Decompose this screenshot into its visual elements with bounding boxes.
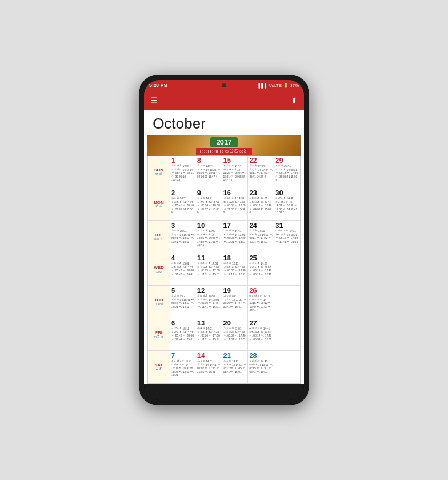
calendar-cell[interactable]: 24నవమి 14:01 దశమి 14 14:01 ఆ. 06:11 అ. 1…	[248, 221, 274, 253]
cell-detail-text: ఏకాదశి 15:11 ద్వాదశి 14 15:01 ఆ. 05:42 అ…	[171, 327, 195, 341]
calendar-row: SUNఆది1పాడ్యమి 14:04 ద్వితీయ 14:14 14 ఆ.…	[148, 156, 300, 188]
day-eng: THU	[154, 298, 163, 302]
calendar-cell[interactable]: 18తృతీయ 18:11 చతుర్థి 14 11:01 ఆ. 06:06 …	[222, 253, 249, 285]
cell-detail-text: దశమి 14:41 ఏకాదశి 14 14:51 ఆ. 06:04 అ. 1…	[197, 197, 221, 214]
toolbar: ☰ ⬆	[144, 91, 304, 110]
cell-detail-text: పాడ్యమి 14:51 ద్వితీయ 14 14:01 ఆ. 06:06 …	[197, 294, 221, 308]
day-eng: SAT	[155, 363, 163, 367]
calendar-cell[interactable]: 17పాడ్యమి 14:41 ద్వితీయ 14 13:01 ఆ. 06:0…	[222, 221, 249, 253]
status-time: 5:20 PM	[149, 83, 167, 88]
calendar-cell[interactable]: 6ఏకాదశి 15:11 ద్వాదశి 14 15:01 ఆ. 05:42 …	[170, 318, 196, 350]
cell-date-number: 24	[249, 222, 273, 229]
day-tel: శని	[155, 367, 163, 371]
calendar-cell[interactable]: 29దశమి 06:41 ఏకాదశి 14 05:01 ఆ. 06:18 అ.…	[274, 156, 300, 188]
calendar-cell[interactable]: 19పంచమి 41:01 షష్ఠి 14 01:37 ఆ. 06:06 అ.…	[222, 286, 249, 318]
day-label-tue: TUEమంగళ	[148, 221, 170, 253]
calendar-cell[interactable]: 12పాడ్యమి 14:51 ద్వితీయ 14 14:01 ఆ. 06:0…	[196, 286, 222, 318]
calendar-cell[interactable]: 28ద్వితీయ 14:41 తృతీయ 14 10:01 ఆ. 06:15 …	[248, 351, 274, 383]
cell-date-number: 28	[249, 352, 273, 359]
calendar-header-image: 2017 OCTOBER అక్టోబర్	[147, 135, 301, 156]
cell-date-number: 19	[223, 287, 247, 294]
cell-date-number: 9	[197, 189, 221, 196]
cell-detail-text: ఏకాదశి 14:07 ద్వాదశి 14 09:07 ఆ. 06:12 అ…	[249, 262, 273, 276]
cell-date-number: 20	[223, 319, 247, 326]
day-tel: గురు	[155, 302, 163, 306]
calendar-cell[interactable]: 3పంచమి 15:01 షష్ఠి 14 16:41 ఆ. 05:41 అ. …	[170, 221, 196, 253]
calendar-row: THUగురు5నవమి 15:21 దశమి 14 15:41 ఆ. 05:4…	[148, 286, 300, 318]
cell-date-number: 25	[249, 254, 273, 261]
cell-date-number: 8	[197, 157, 221, 164]
calendar-cell	[274, 318, 300, 350]
calendar-cell[interactable]: 7త్రయోదశి 14:41 చతుర్దశి 14 15:01 ఆ. 05:…	[170, 351, 196, 383]
day-eng: FRI	[155, 330, 162, 335]
cell-date-number: 14	[197, 352, 221, 359]
cell-date-number: 11	[197, 254, 221, 261]
cell-detail-text: చతుర్దశి 14:01 పౌర్ణమి 14 15:01 ఆ. 06:05…	[197, 262, 221, 276]
cell-detail-text: పంచమి 41:01 షష్ఠి 14 01:37 ఆ. 06:06 అ. 1…	[223, 294, 247, 308]
cell-detail-text: సప్తమి 14:51 అష్టమి 14 14:11 ఆ. 06:11 అ.…	[249, 197, 273, 214]
cell-date-number: 21	[223, 352, 247, 359]
calendar-cell[interactable]: 31చతుర్దశి 14:01 పూర్ణిమ 14 15:01 ఆ. 06:…	[274, 221, 300, 253]
cell-detail-text: చతుర్దశి 14:01 పూర్ణిమ 14 15:01 ఆ. 06:19…	[275, 229, 299, 243]
calendar-cell[interactable]: 8నవమి 13:44 దశమి 14 18:25 ఆ. 06:04 అ. 18…	[196, 156, 222, 188]
cell-date-number: 16	[223, 189, 247, 196]
calendar-row: MONసోమ2తృతీయ 14:51 చతుర్థి 14 15:41 ఆ. 0…	[148, 188, 300, 221]
cell-detail-text: సప్తమి 21:01 అష్టమి 14 21:01 ఆ. 06:07 అ.…	[223, 327, 247, 341]
cell-detail-text: తృతీయ 18:11 చతుర్థి 14 11:01 ఆ. 06:06 అ.…	[223, 262, 247, 276]
month-title: October	[144, 110, 304, 135]
calendar-cell[interactable]: 30ద్వాదశి 14:41 త్రయోదశి 14 14:01 ఆ. 06:…	[274, 188, 300, 220]
calendar-cell	[274, 253, 300, 285]
camera	[222, 83, 226, 87]
calendar-cell[interactable]: 27అమావాస్య 14:41 పాడ్యమి 14 14:01 ఆ. 06:…	[248, 318, 274, 350]
cell-date-number: 18	[223, 254, 247, 261]
calendar-row: FRIశుక్ర6ఏకాదశి 15:11 ద్వాదశి 14 15:01 ఆ…	[148, 318, 300, 351]
day-label-sun: SUNఆది	[148, 156, 170, 188]
status-icons: ▌▌▌ VoLTE 🔋 37%	[259, 83, 299, 88]
share-button[interactable]: ⬆	[291, 95, 298, 106]
day-label-mon: MONసోమ	[148, 188, 170, 220]
calendar-row: WEDబుధ4సప్తమి 15:01 అష్టమి 14 15:01 ఆ. 0…	[148, 253, 300, 286]
calendar-cell[interactable]: 22పంచమి 07:44 షష్ఠి 14 07:44 ఆ. 06:11 అ.…	[248, 156, 274, 188]
phone-bottom-bar	[144, 384, 304, 400]
calendar-cell[interactable]: 13తృతీయ 14:01 చతుర్థి 14 15:41 ఆ. 06:06 …	[196, 318, 222, 350]
calendar-cell[interactable]: 15ద్వాదశి 14:44 త్రయోదశి 14 11:25 ఆ. 06:…	[222, 156, 249, 188]
cell-detail-text: దశమి 06:41 ఏకాదశి 14 05:01 ఆ. 06:18 అ. 1…	[275, 164, 299, 182]
cell-detail-text: త్రయోదశి 12:15 చతుర్దశి 14 10:15 ఆ. 06:1…	[249, 294, 273, 312]
calendar-cell[interactable]: 14పంచమి 14:01 షష్ఠి 14 14:41 ఆ. 06:07 అ.…	[196, 351, 222, 383]
cell-detail-text: తృతీయ 14:51 చతుర్థి 14 15:41 ఆ. 05:41 అ.…	[171, 197, 195, 214]
calendar-cell[interactable]: 23సప్తమి 14:51 అష్టమి 14 14:11 ఆ. 06:11 …	[248, 188, 274, 220]
day-tel: మంగళ	[153, 237, 164, 241]
signal-icon: ▌▌▌	[259, 83, 268, 88]
calendar-row: TUEమంగళ3పంచమి 15:01 షష్ఠి 14 16:41 ఆ. 05…	[148, 221, 300, 253]
calendar-cell[interactable]: 9దశమి 14:41 ఏకాదశి 14 14:51 ఆ. 06:04 అ. …	[196, 188, 222, 220]
cell-date-number: 3	[171, 222, 195, 229]
calendar-cell[interactable]: 16చతుర్దశి 14:31 పౌర్ణమి 14 14:01 ఆ. 06:…	[222, 188, 249, 220]
cell-detail-text: పంచమి 15:01 షష్ఠి 14 16:41 ఆ. 05:41 అ. 1…	[171, 229, 195, 243]
calendar-cell[interactable]: 26త్రయోదశి 12:15 చతుర్దశి 14 10:15 ఆ. 06…	[248, 286, 274, 318]
day-tel: శుక్ర	[153, 335, 164, 339]
menu-button[interactable]: ☰	[150, 95, 158, 106]
calendar-cell[interactable]: 10ద్వాదశి 13:00 త్రయోదశి 14 14:01 ఆ. 06:…	[196, 221, 222, 253]
cell-date-number: 29	[275, 157, 299, 164]
calendar-cell[interactable]: 20సప్తమి 21:01 అష్టమి 14 21:01 ఆ. 06:07 …	[222, 318, 249, 350]
cell-date-number: 1	[171, 157, 195, 164]
cell-date-number: 13	[197, 319, 221, 326]
cell-detail-text: అమావాస్య 14:41 పాడ్యమి 14 14:01 ఆ. 06:14…	[249, 327, 273, 341]
cell-detail-text: సప్తమి 15:01 అష్టమి 14 15:01 ఆ. 05:42 అ.…	[171, 262, 195, 276]
cell-date-number: 6	[171, 319, 195, 326]
calendar-cell[interactable]: 1పాడ్యమి 14:04 ద్వితీయ 14:14 14 ఆ. 05:41…	[170, 156, 196, 188]
calendar-cell[interactable]: 2తృతీయ 14:51 చతుర్థి 14 15:41 ఆ. 05:41 అ…	[170, 188, 196, 220]
cell-detail-text: పాడ్యమి 14:04 ద్వితీయ 14:14 14 ఆ. 05:41 …	[171, 164, 195, 182]
phone-device: 5:20 PM ▌▌▌ VoLTE 🔋 37% ☰ ⬆ October 2017…	[139, 75, 309, 405]
calendar-cell[interactable]: 4సప్తమి 15:01 అష్టమి 14 15:01 ఆ. 05:42 అ…	[170, 253, 196, 285]
calendar-cell[interactable]: 25ఏకాదశి 14:07 ద్వాదశి 14 09:07 ఆ. 06:12…	[248, 253, 274, 285]
calendar-cell[interactable]: 21నవమి 14:41 దశమి 14 14:01 ఆ. 06:07 అ. 1…	[222, 351, 249, 383]
cell-detail-text: త్రయోదశి 14:41 చతుర్దశి 14 15:01 ఆ. 05:4…	[171, 359, 195, 377]
calendar-cell[interactable]: 11చతుర్దశి 14:01 పౌర్ణమి 14 15:01 ఆ. 06:…	[196, 253, 222, 285]
calendar-cell[interactable]: 5నవమి 15:21 దశమి 14 15:41 ఆ. 05:42 అ. 18…	[170, 286, 196, 318]
cell-date-number: 5	[171, 287, 195, 294]
screen-content: October 2017 OCTOBER అక్టోబర్ SUNఆది1పాడ…	[144, 110, 304, 384]
cell-date-number: 27	[249, 319, 273, 326]
cell-detail-text: పాడ్యమి 14:41 ద్వితీయ 14 13:01 ఆ. 06:05 …	[223, 229, 247, 243]
cell-detail-text: ద్వాదశి 13:00 త్రయోదశి 14 14:01 ఆ. 06:05…	[197, 229, 221, 247]
